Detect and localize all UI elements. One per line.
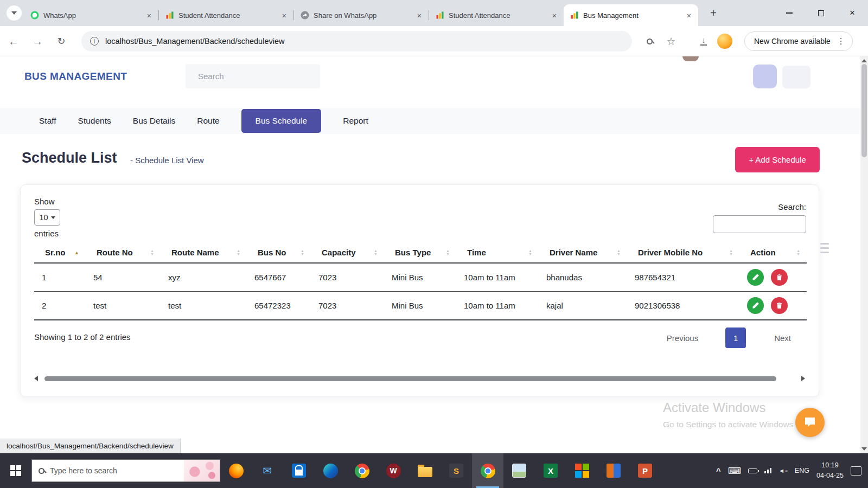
col-bus-no[interactable]: Bus No▲▼ xyxy=(247,242,311,263)
add-schedule-button[interactable]: + Add Schedule xyxy=(735,147,820,172)
activate-windows-watermark: Activate Windows Go to Settings to activ… xyxy=(663,400,793,429)
taskbar-office-grid[interactable] xyxy=(566,453,598,488)
taskbar-explorer[interactable] xyxy=(409,453,441,488)
page-size-select[interactable]: 10 xyxy=(34,209,60,226)
taskbar-mail[interactable]: ✉ xyxy=(252,453,283,488)
battery-icon[interactable] xyxy=(748,468,757,473)
delete-button[interactable] xyxy=(771,269,788,286)
sort-icon: ▲▼ xyxy=(301,249,304,256)
tab-student-attendance-1[interactable]: Student Attendance × xyxy=(159,4,293,26)
col-route-no[interactable]: Route No▲▼ xyxy=(86,242,161,263)
header-secondary-tile[interactable] xyxy=(782,66,810,88)
pagination-previous[interactable]: Previous xyxy=(667,333,698,343)
zoom-icon[interactable] xyxy=(640,26,659,56)
tab-bus-management[interactable]: Bus Management × xyxy=(564,4,698,26)
horizontal-scrollbar[interactable] xyxy=(34,375,805,382)
col-driver-mobile[interactable]: Driver Mobile No▲▼ xyxy=(627,242,739,263)
back-button[interactable]: ← xyxy=(4,26,23,56)
pagination: Previous 1 Next xyxy=(667,327,791,349)
taskbar-search-input[interactable] xyxy=(50,466,158,475)
col-srno[interactable]: Sr.no▲ xyxy=(34,242,86,263)
tab-search-button[interactable] xyxy=(7,5,22,21)
table-search-input[interactable] xyxy=(713,215,806,233)
nav-staff[interactable]: Staff xyxy=(39,116,56,126)
address-bar[interactable]: localhost/Bus_Management/Backend/schedul… xyxy=(81,31,632,52)
vertical-scroll-thumb[interactable] xyxy=(861,64,867,157)
scroll-left-icon[interactable] xyxy=(34,376,38,381)
table-header-row: Sr.no▲ Route No▲▼ Route Name▲▼ Bus No▲▼ … xyxy=(34,242,807,263)
chat-widget-button[interactable] xyxy=(795,408,825,437)
nav-bus-details[interactable]: Bus Details xyxy=(133,116,175,126)
col-route-name[interactable]: Route Name▲▼ xyxy=(161,242,247,263)
col-time[interactable]: Time▲▼ xyxy=(456,242,539,263)
site-info-icon[interactable] xyxy=(90,37,99,46)
app-search-input[interactable] xyxy=(186,64,320,88)
new-tab-button[interactable]: + xyxy=(707,7,720,20)
start-button[interactable] xyxy=(0,453,31,488)
horizontal-scroll-track[interactable] xyxy=(42,376,797,381)
taskbar-powerpoint[interactable]: P xyxy=(629,453,661,488)
entries-label: entries xyxy=(34,229,60,238)
tab-close-icon[interactable]: × xyxy=(144,10,154,20)
scroll-down-icon[interactable] xyxy=(861,447,867,451)
taskbar-chrome[interactable] xyxy=(346,453,378,488)
volume-icon[interactable]: ◄× xyxy=(778,467,788,474)
taskbar-s-app[interactable]: S xyxy=(441,453,472,488)
cell-time: 10am to 11am xyxy=(456,263,539,292)
nav-route[interactable]: Route xyxy=(197,116,219,126)
delete-button[interactable] xyxy=(771,297,788,314)
search-highlight-image[interactable] xyxy=(184,460,220,481)
pencil-icon xyxy=(752,274,759,281)
taskbar-edge[interactable] xyxy=(315,453,346,488)
page-scrollbar[interactable] xyxy=(860,56,868,453)
col-action[interactable]: Action▲▼ xyxy=(739,242,807,263)
close-button[interactable]: × xyxy=(837,0,868,26)
taskbar-store[interactable] xyxy=(283,453,315,488)
maximize-button[interactable] xyxy=(805,0,837,26)
chart-favicon xyxy=(570,11,579,20)
chrome-update-button[interactable]: New Chrome available ⋮ xyxy=(744,31,853,51)
nav-report[interactable]: Report xyxy=(343,116,368,126)
tab-whatsapp[interactable]: WhatsApp × xyxy=(24,4,158,26)
pagination-next[interactable]: Next xyxy=(774,333,791,343)
tab-close-icon[interactable]: × xyxy=(684,10,694,20)
horizontal-scroll-thumb[interactable] xyxy=(44,376,776,381)
col-capacity[interactable]: Capacity▲▼ xyxy=(311,242,384,263)
pagination-page-1[interactable]: 1 xyxy=(725,328,746,348)
drag-handle[interactable] xyxy=(820,243,829,253)
col-driver-name[interactable]: Driver Name▲▼ xyxy=(539,242,627,263)
reload-button[interactable]: ↻ xyxy=(52,26,71,56)
header-avatar-tile[interactable] xyxy=(753,65,777,88)
scroll-right-icon[interactable] xyxy=(801,376,805,381)
scroll-up-icon[interactable] xyxy=(861,59,867,62)
minimize-button[interactable] xyxy=(774,0,805,26)
col-bus-type[interactable]: Bus Type▲▼ xyxy=(384,242,456,263)
nav-bus-schedule[interactable]: Bus Schedule xyxy=(241,109,322,133)
menu-kebab-icon[interactable]: ⋮ xyxy=(837,36,845,46)
language-indicator[interactable]: ENG xyxy=(795,467,809,474)
taskbar-excel[interactable]: X xyxy=(535,453,566,488)
tab-share-whatsapp[interactable]: Share on WhatsApp × xyxy=(294,4,429,26)
taskbar-paint-app[interactable] xyxy=(598,453,629,488)
tab-student-attendance-2[interactable]: Student Attendance × xyxy=(429,4,564,26)
taskbar-w-app[interactable]: W xyxy=(378,453,409,488)
tab-close-icon[interactable]: × xyxy=(414,10,424,20)
clock[interactable]: 10:19 04-04-25 xyxy=(816,460,844,481)
taskbar-chrome-active[interactable] xyxy=(472,453,503,488)
action-center-icon[interactable] xyxy=(851,466,861,476)
taskbar-firefox[interactable] xyxy=(220,453,252,488)
bookmark-star-icon[interactable]: ☆ xyxy=(662,26,680,56)
tray-expand-icon[interactable]: ^ xyxy=(716,466,721,476)
forward-button[interactable]: → xyxy=(28,26,47,56)
network-icon[interactable] xyxy=(764,468,771,473)
profile-avatar[interactable] xyxy=(715,26,735,56)
download-icon[interactable]: ↓ xyxy=(694,26,713,56)
edit-button[interactable] xyxy=(747,269,764,286)
tab-close-icon[interactable]: × xyxy=(279,10,289,20)
touch-keyboard-icon[interactable]: ⌨ xyxy=(728,465,742,477)
tab-close-icon[interactable]: × xyxy=(550,10,559,20)
taskbar-search[interactable] xyxy=(31,459,220,482)
taskbar-photos[interactable] xyxy=(503,453,535,488)
edit-button[interactable] xyxy=(747,297,764,314)
nav-students[interactable]: Students xyxy=(78,116,111,126)
